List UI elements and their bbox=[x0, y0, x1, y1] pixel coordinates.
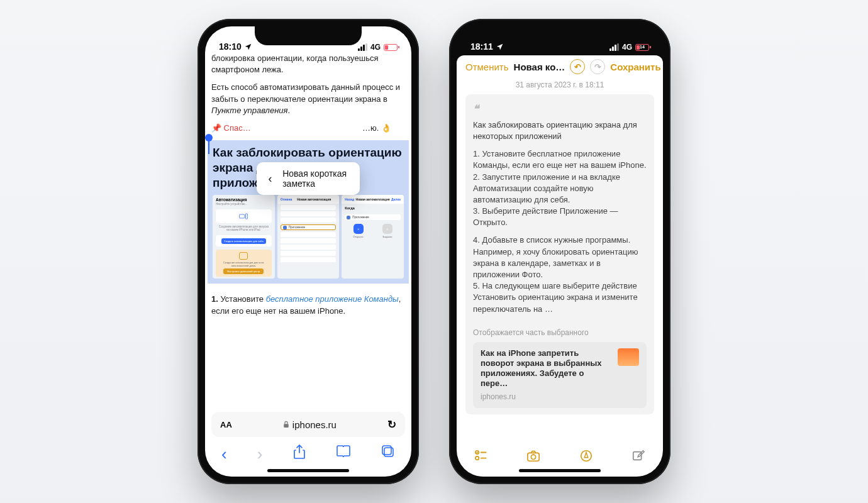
quote-step-3: 3. Выберите действие Приложение — Открыт… bbox=[473, 206, 647, 228]
nav-fwd-button: › bbox=[257, 445, 263, 464]
svg-rect-1 bbox=[246, 214, 248, 219]
link-card-title: Как на iPhone запретить поворот экрана в… bbox=[481, 348, 611, 389]
camera-icon[interactable] bbox=[526, 449, 540, 463]
status-time: 18:11 bbox=[470, 41, 493, 52]
note-editor[interactable]: 31 августа 2023 г. в 18:11 ❝ Как заблоки… bbox=[457, 80, 663, 440]
back-icon[interactable]: ‹ bbox=[265, 172, 275, 185]
battery-icon: 14 bbox=[384, 44, 398, 51]
save-button[interactable]: Сохранить bbox=[610, 62, 660, 72]
compose-icon[interactable] bbox=[632, 449, 645, 463]
thumb-new-automation: ОтменаНовая автоматизация Приложение bbox=[277, 195, 340, 279]
markup-icon[interactable] bbox=[579, 449, 593, 463]
reader-button[interactable]: AA bbox=[220, 420, 232, 429]
screen-safari: 18:10 4G 14 блокировка ориентации, когда… bbox=[205, 26, 411, 477]
signal-bars-icon bbox=[358, 43, 367, 51]
svg-rect-0 bbox=[240, 214, 245, 218]
home-indicator[interactable] bbox=[267, 469, 349, 472]
signal-bars-icon bbox=[609, 43, 619, 51]
share-icon[interactable] bbox=[293, 445, 306, 460]
location-icon bbox=[244, 43, 252, 51]
article-image-triptych: Автоматизация Настройте устройство… Созд… bbox=[213, 195, 404, 279]
article-para-1: блокировка ориентации, когда пользуешься… bbox=[211, 53, 405, 75]
quote-step-5: 5. На следующем шаге выберите действие У… bbox=[473, 280, 647, 315]
article-para-2: Есть способ автоматизировать данный проц… bbox=[211, 82, 405, 116]
quick-note-title: Новая короткая заметка bbox=[282, 169, 351, 189]
home-indicator[interactable] bbox=[519, 469, 601, 472]
network-label: 4G bbox=[622, 43, 632, 52]
source-link-card[interactable]: Как на iPhone запретить поворот экрана в… bbox=[473, 342, 647, 409]
undo-button[interactable]: ↶ bbox=[570, 59, 585, 74]
quote-step-1: 1. Установите бесплатное приложение Кома… bbox=[473, 148, 647, 171]
quote-block: ❝ Как заблокировать ориентацию экрана дл… bbox=[465, 94, 654, 414]
location-icon bbox=[496, 43, 504, 51]
selection-handle-icon[interactable] bbox=[205, 134, 213, 141]
svg-rect-4 bbox=[382, 446, 391, 455]
iphone-notes: 18:11 4G 14 Отменить Новая ко… ↶ ↷ Сохра… bbox=[449, 19, 670, 484]
svg-point-10 bbox=[531, 455, 536, 459]
tabs-icon[interactable] bbox=[381, 445, 395, 458]
article-thanks: 📌 Спас… …ю. 👌 bbox=[211, 123, 405, 134]
link-shortcuts-app[interactable]: бесплатное приложение Команды bbox=[266, 294, 399, 304]
status-time: 18:10 bbox=[219, 41, 242, 52]
cancel-button[interactable]: Отменить bbox=[465, 62, 509, 72]
article-step-1: 1. Установите бесплатное приложение Кома… bbox=[211, 294, 405, 316]
status-bar: 18:10 4G 14 bbox=[205, 26, 411, 53]
note-date: 31 августа 2023 г. в 18:11 bbox=[465, 80, 654, 89]
safari-content[interactable]: блокировка ориентации, когда пользуешься… bbox=[205, 53, 411, 408]
url-host[interactable]: iphones.ru bbox=[283, 419, 337, 430]
quick-note-popup[interactable]: ‹ Новая короткая заметка bbox=[257, 162, 360, 195]
link-card-domain: iphones.ru bbox=[481, 392, 611, 402]
bookmarks-icon[interactable] bbox=[336, 445, 351, 457]
redo-button: ↷ bbox=[590, 59, 605, 74]
thumb-when: НазадНовая автоматизацияДалее Когда Прил… bbox=[342, 195, 404, 279]
note-title-truncated: Новая ко… bbox=[514, 62, 565, 72]
svg-point-7 bbox=[476, 456, 479, 460]
lock-icon bbox=[283, 421, 289, 428]
battery-icon: 14 bbox=[635, 44, 649, 51]
status-bar: 18:11 4G 14 bbox=[457, 26, 663, 53]
address-bar[interactable]: AA iphones.ru ↻ bbox=[211, 412, 405, 437]
quote-icon: ❝ bbox=[473, 102, 647, 117]
svg-rect-2 bbox=[284, 424, 289, 428]
quote-heading: Как заблокировать ориентацию экрана для … bbox=[473, 119, 647, 142]
svg-rect-3 bbox=[384, 448, 393, 456]
reload-button[interactable]: ↻ bbox=[387, 418, 396, 431]
screen-notes: 18:11 4G 14 Отменить Новая ко… ↶ ↷ Сохра… bbox=[457, 26, 663, 477]
quote-step-4: 4. Добавьте в список нужные программы. Н… bbox=[473, 235, 647, 280]
selection-truncated-label: Отображается часть выбранного bbox=[473, 321, 647, 338]
notes-header: Отменить Новая ко… ↶ ↷ Сохранить bbox=[457, 55, 663, 80]
iphone-safari: 18:10 4G 14 блокировка ориентации, когда… bbox=[198, 19, 419, 484]
thumb-automation: Автоматизация Настройте устройство… Созд… bbox=[213, 195, 275, 279]
nav-back-button[interactable]: ‹ bbox=[221, 445, 227, 464]
network-label: 4G bbox=[370, 43, 381, 52]
link-card-thumbnail bbox=[618, 348, 639, 366]
quote-step-2: 2. Запустите приложение и на вкладке Авт… bbox=[473, 172, 647, 206]
checklist-icon[interactable] bbox=[474, 449, 488, 463]
